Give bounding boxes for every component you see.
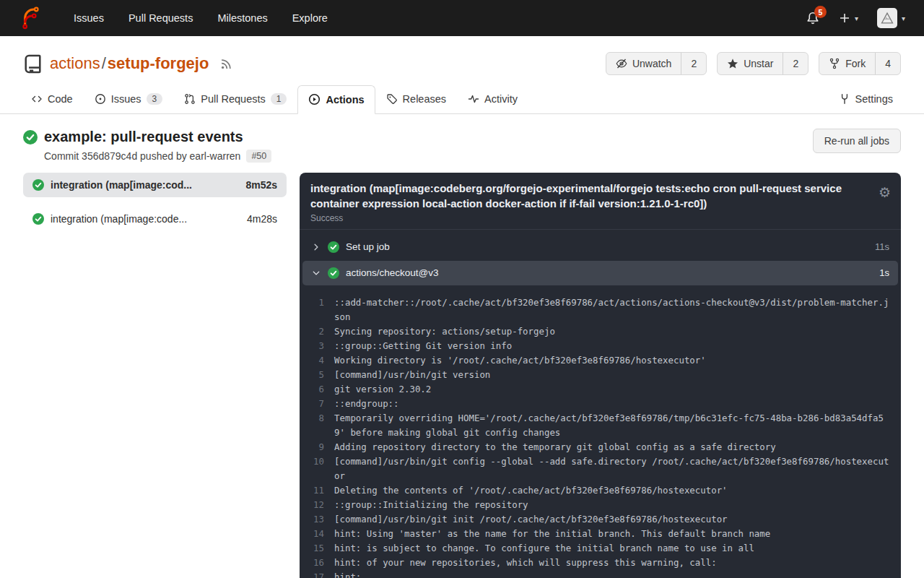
repo-header: actions/setup-forgejo Unwatch 2 bbox=[0, 36, 924, 85]
code-icon bbox=[31, 93, 43, 105]
log-line-number: 8 bbox=[300, 411, 334, 440]
job-list-item[interactable]: integration (map[image:code... 4m28s bbox=[23, 207, 287, 231]
log-line: 5[command]/usr/bin/git version bbox=[300, 368, 901, 382]
unwatch-button[interactable]: Unwatch 2 bbox=[606, 52, 707, 75]
log-line-text: Adding repository directory to the tempo… bbox=[334, 440, 901, 454]
issues-count-badge: 3 bbox=[147, 93, 163, 105]
log-line-number: 1 bbox=[300, 296, 334, 324]
log-line: 2Syncing repository: actions/setup-forge… bbox=[300, 324, 901, 339]
watchers-count[interactable]: 2 bbox=[681, 53, 706, 74]
log-line-number: 9 bbox=[300, 440, 334, 454]
user-menu-dropdown[interactable]: ▾ bbox=[877, 8, 905, 28]
wrench-icon bbox=[839, 93, 850, 105]
run-header: example: pull-request events Commit 356d… bbox=[0, 114, 924, 163]
log-line-text: ::group::Getting Git version info bbox=[334, 339, 901, 353]
top-navbar: Issues Pull Requests Milestones Explore … bbox=[0, 0, 924, 36]
repo-action-buttons: Unwatch 2 Unstar 2 Fork bbox=[606, 52, 901, 75]
repo-name-link[interactable]: setup-forgejo bbox=[108, 54, 209, 72]
tab-activity[interactable]: Activity bbox=[457, 85, 528, 113]
plus-icon bbox=[839, 12, 850, 24]
unstar-button[interactable]: Unstar 2 bbox=[717, 52, 808, 75]
unwatch-label: Unwatch bbox=[632, 58, 671, 69]
log-line-number: 3 bbox=[300, 339, 334, 353]
play-circle-icon bbox=[308, 93, 321, 105]
job-name: integration (map[image:code... bbox=[51, 213, 187, 225]
rss-icon[interactable] bbox=[220, 58, 232, 70]
fork-label: Fork bbox=[845, 58, 866, 69]
log-line: 3::group::Getting Git version info bbox=[300, 339, 901, 353]
eye-slash-icon bbox=[616, 58, 627, 69]
success-check-icon bbox=[32, 179, 44, 191]
tab-issues[interactable]: Issues 3 bbox=[84, 85, 174, 113]
log-line-number: 4 bbox=[300, 353, 334, 368]
success-check-icon bbox=[23, 130, 38, 144]
nav-link-explore[interactable]: Explore bbox=[292, 12, 328, 24]
forks-count[interactable]: 4 bbox=[875, 53, 900, 74]
job-list-item[interactable]: integration (map[image:cod... 8m52s bbox=[23, 173, 287, 197]
step-duration: 1s bbox=[879, 267, 889, 278]
tab-pull-requests-label: Pull Requests bbox=[201, 93, 265, 105]
log-line-text: hint: of your new repositories, which wi… bbox=[334, 556, 901, 570]
log-line: 9Adding repository directory to the temp… bbox=[300, 440, 901, 454]
log-line-number: 16 bbox=[300, 556, 334, 570]
step-log-output[interactable]: 1::add-matcher::/root/.cache/act/bf320ef… bbox=[300, 290, 901, 578]
tab-releases[interactable]: Releases bbox=[375, 85, 457, 113]
tab-actions-label: Actions bbox=[326, 94, 364, 105]
log-line: 1::add-matcher::/root/.cache/act/bf320ef… bbox=[300, 296, 901, 324]
log-line: 8Temporarily overriding HOME='/root/.cac… bbox=[300, 411, 901, 440]
fork-icon bbox=[829, 58, 840, 69]
issue-icon bbox=[95, 93, 106, 105]
job-status-text: Success bbox=[310, 213, 869, 223]
step-name: Set up job bbox=[346, 241, 390, 252]
log-line-number: 10 bbox=[300, 454, 334, 483]
log-line-number: 7 bbox=[300, 397, 334, 411]
rerun-all-jobs-button[interactable]: Re-run all jobs bbox=[813, 129, 901, 153]
log-line: 13[command]/usr/bin/git init /root/.cach… bbox=[300, 512, 901, 527]
success-check-icon bbox=[328, 267, 339, 279]
log-line-number: 11 bbox=[300, 483, 334, 498]
tab-activity-label: Activity bbox=[484, 93, 518, 105]
tab-pull-requests[interactable]: Pull Requests 1 bbox=[173, 85, 297, 113]
run-commit-info: Commit 356d879c4d pushed by earl-warren bbox=[44, 150, 240, 162]
log-line-number: 6 bbox=[300, 382, 334, 397]
log-line-number: 2 bbox=[300, 324, 334, 339]
success-check-icon bbox=[32, 213, 44, 225]
job-log-panel: integration (map[image:codeberg.org/forg… bbox=[300, 173, 901, 578]
chevron-down-icon: ▾ bbox=[855, 14, 858, 22]
log-line: 4Working directory is '/root/.cache/act/… bbox=[300, 353, 901, 368]
avatar bbox=[877, 8, 897, 28]
nav-link-pull-requests[interactable]: Pull Requests bbox=[128, 12, 193, 24]
log-line-text: [command]/usr/bin/git init /root/.cache/… bbox=[334, 512, 901, 527]
forgejo-logo[interactable] bbox=[19, 7, 42, 30]
nav-link-milestones[interactable]: Milestones bbox=[217, 12, 267, 24]
tab-settings[interactable]: Settings bbox=[828, 85, 904, 113]
fork-button[interactable]: Fork 4 bbox=[819, 52, 901, 75]
tab-issues-label: Issues bbox=[111, 93, 141, 105]
create-new-dropdown[interactable]: ▾ bbox=[839, 12, 858, 24]
step-setup-job[interactable]: Set up job 11s bbox=[302, 235, 898, 259]
tab-code-label: Code bbox=[48, 93, 73, 105]
log-line: 16hint: of your new repositories, which … bbox=[300, 556, 901, 570]
pull-request-icon bbox=[184, 93, 196, 105]
tab-actions[interactable]: Actions bbox=[297, 85, 375, 114]
log-line-text: Syncing repository: actions/setup-forgej… bbox=[334, 324, 901, 339]
log-line-text: [command]/usr/bin/git config --global --… bbox=[334, 454, 901, 483]
log-line-number: 14 bbox=[300, 527, 334, 541]
repo-owner-link[interactable]: actions bbox=[50, 54, 100, 72]
notification-count-badge: 5 bbox=[814, 6, 827, 18]
stars-count[interactable]: 2 bbox=[783, 53, 808, 74]
step-duration: 11s bbox=[875, 241, 889, 252]
log-line-text: hint: is subject to change. To configure… bbox=[334, 541, 901, 556]
log-line-text: ::endgroup:: bbox=[334, 397, 901, 411]
log-line-number: 17 bbox=[300, 570, 334, 578]
step-actions-checkout[interactable]: actions/checkout@v3 1s bbox=[302, 261, 898, 285]
tab-code[interactable]: Code bbox=[20, 85, 84, 113]
log-line: 7::endgroup:: bbox=[300, 397, 901, 411]
nav-link-issues[interactable]: Issues bbox=[74, 12, 104, 24]
notifications-button[interactable]: 5 bbox=[806, 11, 820, 25]
repo-tab-bar: Code Issues 3 Pull Requests 1 Actions bbox=[0, 85, 924, 114]
log-line-text: [command]/usr/bin/git version bbox=[334, 368, 901, 382]
log-settings-gear-icon[interactable]: ⚙ bbox=[879, 186, 891, 199]
job-name: integration (map[image:cod... bbox=[51, 179, 192, 191]
star-icon bbox=[727, 58, 738, 69]
